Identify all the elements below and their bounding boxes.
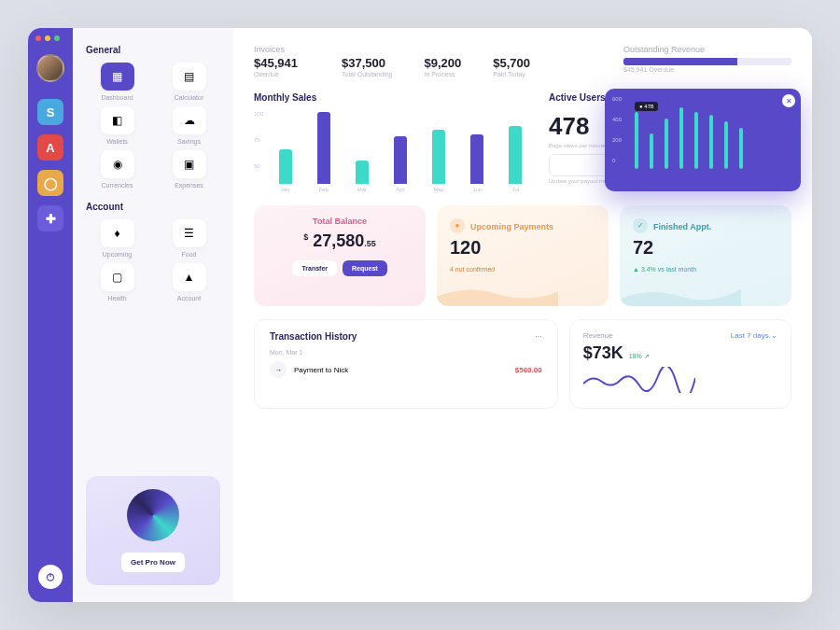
tooltip: ● 478 bbox=[635, 102, 658, 111]
main-content: Invoices $45,941 Overdue $37,500Total Ou… bbox=[233, 28, 812, 602]
app-window: SA◯✚ General ▦Dashboard▤Calculator◧Walle… bbox=[28, 28, 812, 602]
nav-item-currencies[interactable]: ◉Currencies bbox=[86, 150, 148, 189]
nav-item-wallets[interactable]: ◧Wallets bbox=[86, 106, 148, 145]
active-users-popup: ✕ 6004002000 ● 478 bbox=[605, 89, 801, 191]
rail-sidebar: SA◯✚ bbox=[28, 28, 73, 602]
finished-appt-card: ✓Finished Appt. 72 ▲ 3.4% vs last month bbox=[620, 205, 791, 306]
power-button[interactable] bbox=[38, 565, 63, 589]
nav-item-expenses[interactable]: ▣Expenses bbox=[158, 150, 220, 189]
check-icon: ✓ bbox=[633, 218, 648, 233]
nav-item-savings[interactable]: ☁Savings bbox=[158, 106, 220, 145]
request-button[interactable]: Request bbox=[343, 260, 387, 276]
promo-orb-icon bbox=[127, 489, 179, 541]
nav-item-upcoming[interactable]: ♦Upcoming bbox=[86, 219, 148, 258]
nav-item-food[interactable]: ☰Food bbox=[158, 219, 220, 258]
window-controls[interactable] bbox=[28, 35, 60, 41]
transaction-history: Transaction History⋯ Mon, Mar 1 → Paymen… bbox=[254, 319, 558, 409]
nav-item-calculator[interactable]: ▤Calculator bbox=[158, 63, 220, 101]
arrow-icon: → bbox=[270, 361, 287, 378]
avatar[interactable] bbox=[36, 54, 64, 82]
nav-item-account[interactable]: ▲Account bbox=[158, 263, 220, 301]
more-icon[interactable]: ⋯ bbox=[535, 332, 542, 341]
invoice-metrics: Invoices $45,941 Overdue $37,500Total Ou… bbox=[254, 45, 791, 77]
range-dropdown[interactable]: Last 7 days ⌄ bbox=[731, 331, 777, 340]
revenue-card: RevenueLast 7 days ⌄ $73K18% ↗ bbox=[569, 319, 791, 409]
upcoming-payments-card: ●Upcoming Payments 120 4 not confirmed bbox=[437, 205, 609, 306]
close-icon[interactable]: ✕ bbox=[782, 94, 795, 107]
active-users-count: 478 bbox=[549, 112, 589, 141]
invoices-title: Invoices bbox=[254, 45, 310, 54]
transaction-row[interactable]: → Payment to Nick $560.00 bbox=[270, 361, 542, 378]
nav-panel: General ▦Dashboard▤Calculator◧Wallets☁Sa… bbox=[73, 28, 233, 602]
get-pro-button[interactable]: Get Pro Now bbox=[121, 553, 185, 572]
rail-app[interactable]: A bbox=[37, 134, 63, 161]
nav-section-account: Account bbox=[86, 202, 220, 212]
nav-section-general: General bbox=[86, 45, 220, 55]
sun-icon: ● bbox=[450, 218, 465, 233]
total-balance-card: Total Balance $ 27,580.55 Transfer Reque… bbox=[254, 205, 426, 306]
nav-item-health[interactable]: ▢Health bbox=[86, 263, 148, 301]
rail-app[interactable]: ✚ bbox=[37, 205, 63, 231]
rail-app[interactable]: ◯ bbox=[37, 170, 63, 196]
rail-app[interactable]: S bbox=[37, 99, 63, 125]
outstanding-revenue: Outstanding Revenue $45,941 Overdue bbox=[623, 45, 791, 77]
monthly-sales-chart: Monthly Sales 1007550 JanFebMarAprMayJun… bbox=[254, 92, 534, 192]
transfer-button[interactable]: Transfer bbox=[292, 260, 337, 276]
active-users-panel: Active Users right now⋯ 478 Page views p… bbox=[549, 92, 791, 192]
promo-card: Get Pro Now bbox=[86, 476, 220, 585]
nav-item-dashboard[interactable]: ▦Dashboard bbox=[86, 63, 148, 101]
revenue-progress-bar bbox=[623, 58, 791, 65]
balance-value: $ 27,580.55 bbox=[267, 231, 413, 251]
